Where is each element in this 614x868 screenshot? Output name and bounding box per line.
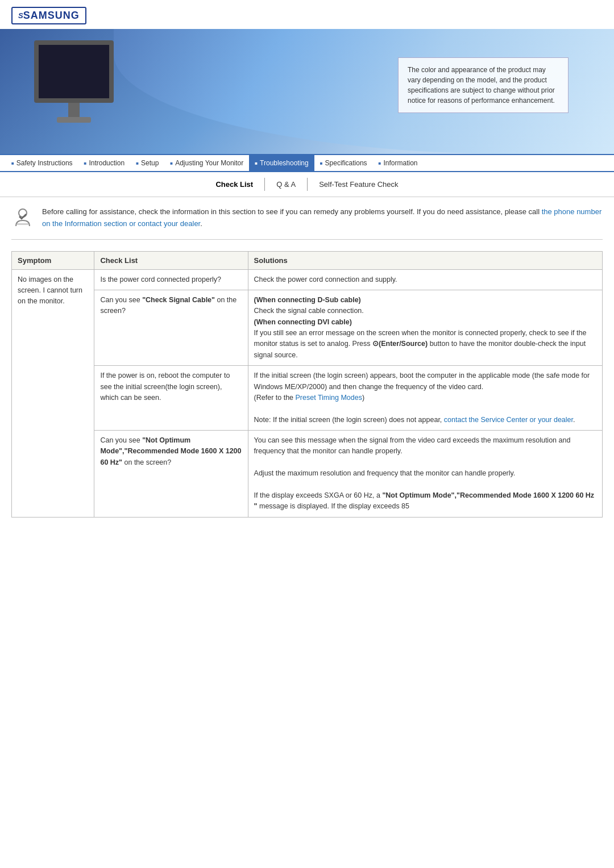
banner-description-box: The color and appearance of the product … — [398, 57, 569, 113]
check-cell-4: Can you see "Not Optimum Mode","Recommen… — [94, 431, 248, 518]
nav-safety-instructions[interactable]: Safety Instructions — [6, 159, 78, 167]
logo-s-letter: S — [18, 11, 23, 20]
sub-nav: Check List Q & A Self-Test Feature Check — [0, 172, 614, 197]
sub-nav-checklist[interactable]: Check List — [204, 178, 265, 191]
main-nav: Safety Instructions Introduction Setup A… — [0, 154, 614, 172]
nav-troubleshooting[interactable]: Troubleshooting — [249, 154, 314, 172]
solution-text-4d: message is displayed. If the display exc… — [258, 502, 410, 510]
solution-cell-3: If the initial screen (the login screen)… — [248, 366, 602, 431]
nav-introduction[interactable]: Introduction — [78, 159, 131, 167]
troubleshoot-table: Symptom Check List Solutions No images o… — [11, 251, 603, 518]
header-solutions: Solutions — [248, 251, 602, 269]
nav-information[interactable]: Information — [373, 159, 424, 167]
solution-text-1: Check the power cord connection and supp… — [254, 276, 397, 283]
solution-text-3b: (Refer to the — [254, 394, 296, 402]
nav-specifications[interactable]: Specifications — [314, 159, 373, 167]
service-center-link[interactable]: contact the Service Center or your deale… — [444, 416, 573, 424]
solution-cell-1: Check the power cord connection and supp… — [248, 269, 602, 290]
samsung-logo: S SAMSUNG — [11, 7, 86, 24]
solution-cell-4: You can see this message when the signal… — [248, 431, 602, 518]
table-row: Can you see "Check Signal Cable" on the … — [12, 290, 603, 365]
intro-text: Before calling for assistance, check the… — [42, 206, 603, 230]
solution-text-3e: . — [573, 416, 575, 424]
solution-text-3d: Note: If the initial screen (the login s… — [254, 416, 444, 424]
table-row: No images on the screen. I cannot turn o… — [12, 269, 603, 290]
solution-dsub-heading: (When connecting D-Sub cable) — [254, 296, 361, 304]
sub-nav-qa[interactable]: Q & A — [265, 178, 308, 191]
solution-text-4b: Adjust the maximum resolution and freque… — [254, 469, 516, 477]
solution-text-3a: If the initial screen (the login screen)… — [254, 372, 590, 390]
monitor-base — [57, 117, 91, 123]
solution-cell-2: (When connecting D-Sub cable) Check the … — [248, 290, 602, 365]
header-checklist: Check List — [94, 251, 248, 269]
solution-text-4a: You can see this message when the signal… — [254, 436, 571, 455]
solution-dvi-heading: (When connecting DVI cable) — [254, 318, 352, 326]
solution-dsub-text: Check the signal cable connection. — [254, 307, 364, 315]
check-cell-2: Can you see "Check Signal Cable" on the … — [94, 290, 248, 365]
svg-rect-1 — [17, 223, 28, 225]
monitor-screen — [34, 40, 114, 103]
check-text-2: Can you see "Check Signal Cable" on the … — [100, 296, 237, 315]
solution-text-3c: ) — [362, 394, 364, 402]
sub-nav-selftest[interactable]: Self-Test Feature Check — [308, 178, 409, 191]
check-text-1: Is the power cord connected properly? — [100, 276, 221, 283]
solution-enter-source: ⊙(Enter/Source) — [372, 340, 428, 348]
header-symptom: Symptom — [12, 251, 94, 269]
nav-setup[interactable]: Setup — [130, 159, 164, 167]
banner-description-text: The color and appearance of the product … — [408, 66, 555, 105]
table-header-row: Symptom Check List Solutions — [12, 251, 603, 269]
table-row: If the power is on, reboot the computer … — [12, 366, 603, 431]
logo-container: S SAMSUNG — [0, 0, 614, 29]
intro-section: Before calling for assistance, check the… — [11, 206, 603, 240]
check-cell-3: If the power is on, reboot the computer … — [94, 366, 248, 431]
solution-text-4c: If the display exceeds SXGA or 60 Hz, a — [254, 491, 383, 499]
symptom-cell: No images on the screen. I cannot turn o… — [12, 269, 94, 517]
check-text-4: Can you see "Not Optimum Mode","Recommen… — [100, 436, 241, 466]
main-content: Before calling for assistance, check the… — [0, 197, 614, 527]
preset-timing-link[interactable]: Preset Timing Modes — [296, 394, 362, 402]
monitor-stand — [68, 103, 80, 117]
intro-icon — [11, 206, 34, 229]
symptom-text: No images on the screen. I cannot turn o… — [18, 276, 82, 306]
table-row: Can you see "Not Optimum Mode","Recommen… — [12, 431, 603, 518]
check-cell-1: Is the power cord connected properly? — [94, 269, 248, 290]
monitor-illustration — [23, 40, 125, 131]
nav-adjusting[interactable]: Adjusting Your Monitor — [164, 159, 249, 167]
banner: The color and appearance of the product … — [0, 29, 614, 154]
logo-text: SAMSUNG — [23, 10, 80, 22]
check-text-3: If the power is on, reboot the computer … — [100, 372, 230, 402]
svg-point-0 — [19, 209, 27, 217]
